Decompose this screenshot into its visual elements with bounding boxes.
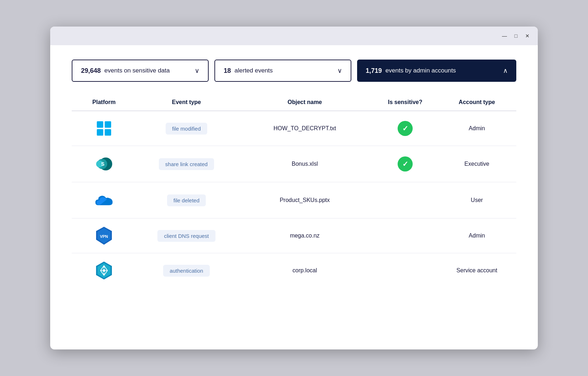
platform-cell: S <box>72 155 136 173</box>
svg-rect-0 <box>97 121 103 128</box>
account-type-label: Admin <box>469 232 485 239</box>
minimize-button[interactable]: — <box>501 33 508 39</box>
account-type-cell: User <box>437 197 516 203</box>
object-name: Bonus.xlsl <box>292 161 318 167</box>
account-type-label: Service account <box>456 267 497 274</box>
event-badge: client DNS request <box>157 230 215 242</box>
alerted-events-filter[interactable]: 18 alerted events ∨ <box>214 60 351 82</box>
sensitive-events-label: events on sensitive data <box>104 67 170 74</box>
platform-cell <box>72 120 136 137</box>
main-window: — □ ✕ 29,648 events on sensitive data ∨ … <box>50 27 538 349</box>
event-badge: file modified <box>166 123 207 135</box>
titlebar: — □ ✕ <box>50 27 538 45</box>
event-type-cell: file modified <box>136 123 237 135</box>
filter-row: 29,648 events on sensitive data ∨ 18 ale… <box>72 60 516 82</box>
svg-point-14 <box>103 269 105 272</box>
platform-cell <box>72 262 136 279</box>
svg-rect-3 <box>105 129 111 136</box>
alerted-events-label: alerted events <box>234 67 273 74</box>
sensitive-cell: ✓ <box>373 121 437 136</box>
table-row: S share link created Bonus.xlsl ✓ Execut… <box>72 146 516 182</box>
col-event-type: Event type <box>136 99 237 105</box>
sensitive-events-count: 29,648 <box>81 67 101 75</box>
account-type-cell: Admin <box>437 125 516 132</box>
onedrive-icon <box>95 191 113 210</box>
table-row: VPN client DNS request mega.co.nz Admin <box>72 218 516 253</box>
event-type-cell: authentication <box>136 265 237 277</box>
event-badge: file deleted <box>167 194 206 206</box>
object-name-cell: corp.local <box>237 267 373 274</box>
account-type-label: User <box>471 197 483 203</box>
sensitive-events-chevron: ∨ <box>195 67 199 75</box>
alerted-events-count: 18 <box>224 67 231 75</box>
sensitive-check-icon: ✓ <box>398 156 413 171</box>
event-type-cell: file deleted <box>136 194 237 206</box>
svg-text:VPN: VPN <box>100 234 108 239</box>
account-type-label: Executive <box>464 161 489 167</box>
object-name-cell: HOW_TO_DECRYPT.txt <box>237 125 373 132</box>
event-type-cell: share link created <box>136 158 237 170</box>
admin-events-count: 1,719 <box>366 67 382 75</box>
alerted-events-chevron: ∨ <box>337 67 342 75</box>
close-button[interactable]: ✕ <box>524 33 531 39</box>
object-name: Product_SKUs.pptx <box>280 197 330 203</box>
object-name-cell: mega.co.nz <box>237 232 373 239</box>
activedirectory-icon <box>95 262 113 279</box>
platform-cell <box>72 191 136 210</box>
object-name-cell: Product_SKUs.pptx <box>237 197 373 203</box>
col-account-type: Account type <box>437 99 516 105</box>
account-type-cell: Executive <box>437 161 516 167</box>
svg-rect-2 <box>97 129 103 136</box>
admin-events-filter[interactable]: 1,719 events by admin accounts ∧ <box>357 60 516 82</box>
main-content: 29,648 events on sensitive data ∨ 18 ale… <box>50 45 538 349</box>
platform-cell: VPN <box>72 227 136 244</box>
event-badge: authentication <box>163 265 209 277</box>
windows-icon <box>95 120 113 137</box>
vpn-icon: VPN <box>95 227 113 244</box>
sharepoint-icon: S <box>95 155 113 173</box>
admin-events-chevron: ∧ <box>503 67 508 75</box>
event-badge: share link created <box>159 158 214 170</box>
sensitive-events-filter[interactable]: 29,648 events on sensitive data ∨ <box>72 60 209 82</box>
object-name: corp.local <box>293 267 317 274</box>
admin-events-label: events by admin accounts <box>385 67 456 74</box>
svg-rect-1 <box>105 121 111 128</box>
table-header: Platform Event type Object name Is sensi… <box>72 99 516 111</box>
col-platform: Platform <box>72 99 136 105</box>
object-name: mega.co.nz <box>290 232 320 239</box>
event-type-cell: client DNS request <box>136 230 237 242</box>
table-row: file deleted Product_SKUs.pptx User <box>72 182 516 218</box>
sensitive-cell: ✓ <box>373 156 437 171</box>
table-row: file modified HOW_TO_DECRYPT.txt ✓ Admin <box>72 111 516 146</box>
object-name: HOW_TO_DECRYPT.txt <box>274 125 336 132</box>
svg-text:S: S <box>101 161 104 167</box>
maximize-button[interactable]: □ <box>513 33 519 39</box>
table-row: authentication corp.local Service accoun… <box>72 253 516 288</box>
sensitive-check-icon: ✓ <box>398 121 413 136</box>
col-is-sensitive: Is sensitive? <box>373 99 437 105</box>
account-type-label: Admin <box>469 125 485 132</box>
account-type-cell: Admin <box>437 232 516 239</box>
account-type-cell: Service account <box>437 267 516 274</box>
col-object-name: Object name <box>237 99 373 105</box>
object-name-cell: Bonus.xlsl <box>237 161 373 167</box>
